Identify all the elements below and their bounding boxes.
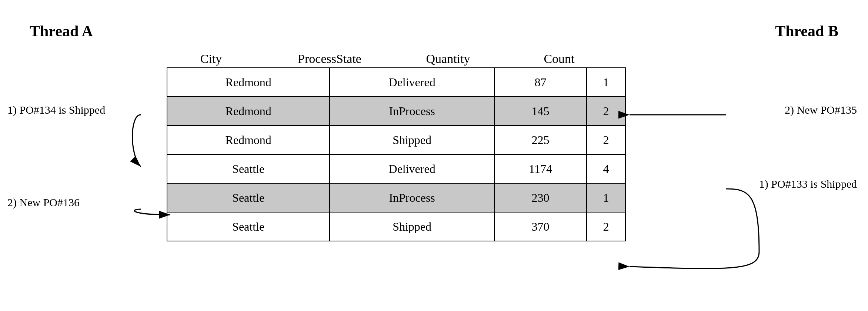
table-row: SeattleInProcess2301: [167, 183, 625, 212]
cell-city-5: Seattle: [167, 212, 330, 241]
cell-count-4: 1: [587, 183, 625, 212]
column-headers: City ProcessState Quantity Count: [156, 52, 711, 66]
cell-count-2: 2: [587, 126, 625, 154]
cell-quantity-5: 370: [494, 212, 587, 241]
table-row: SeattleDelivered11744: [167, 154, 625, 183]
label-left-1: 1) PO#134 is Shipped: [7, 104, 105, 116]
cell-city-4: Seattle: [167, 183, 330, 212]
cell-count-5: 2: [587, 212, 625, 241]
cell-city-0: Redmond: [167, 68, 330, 97]
cell-quantity-1: 145: [494, 97, 587, 126]
cell-process-4: InProcess: [330, 183, 494, 212]
cell-process-1: InProcess: [330, 97, 494, 126]
cell-quantity-0: 87: [494, 68, 587, 97]
label-left-2: 2) New PO#136: [7, 196, 80, 209]
cell-process-3: Delivered: [330, 154, 494, 183]
header-city: City: [156, 52, 267, 66]
cell-count-1: 2: [587, 97, 625, 126]
header-quantity: Quantity: [393, 52, 504, 66]
cell-process-0: Delivered: [330, 68, 494, 97]
cell-process-2: Shipped: [330, 126, 494, 154]
data-table: RedmondDelivered871RedmondInProcess1452R…: [167, 67, 626, 241]
data-table-area: City ProcessState Quantity Count Redmond…: [156, 52, 711, 241]
cell-city-1: Redmond: [167, 97, 330, 126]
table-row: RedmondShipped2252: [167, 126, 625, 154]
cell-city-2: Redmond: [167, 126, 330, 154]
table-row: SeattleShipped3702: [167, 212, 625, 241]
cell-city-3: Seattle: [167, 154, 330, 183]
cell-quantity-3: 1174: [494, 154, 587, 183]
label-right-1: 2) New PO#135: [785, 104, 857, 116]
cell-quantity-2: 225: [494, 126, 587, 154]
cell-quantity-4: 230: [494, 183, 587, 212]
thread-a-label: Thread A: [30, 22, 93, 40]
cell-count-0: 1: [587, 68, 625, 97]
cell-process-5: Shipped: [330, 212, 494, 241]
label-right-2: 1) PO#133 is Shipped: [759, 178, 857, 190]
header-count: Count: [504, 52, 615, 66]
table-row: RedmondInProcess1452: [167, 97, 625, 126]
thread-b-label: Thread B: [775, 22, 838, 40]
table-row: RedmondDelivered871: [167, 68, 625, 97]
cell-count-3: 4: [587, 154, 625, 183]
header-processstate: ProcessState: [267, 52, 393, 66]
